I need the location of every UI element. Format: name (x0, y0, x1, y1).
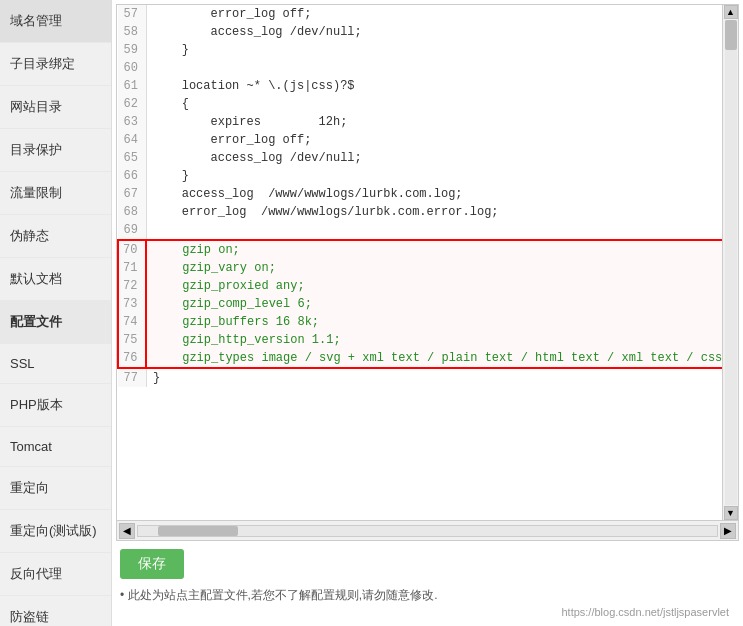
line-code: error_log off; (146, 131, 722, 149)
line-code: access_log /www/wwwlogs/lurbk.com.log; (146, 185, 722, 203)
scroll-track (725, 20, 737, 505)
horizontal-scrollbar-area: ◀ ▶ (117, 520, 738, 540)
sidebar-item-configfile[interactable]: 配置文件 (0, 301, 111, 344)
line-code: error_log /www/wwwlogs/lurbk.com.error.l… (146, 203, 722, 221)
sidebar-item-ssl[interactable]: SSL (0, 344, 111, 384)
scroll-right-button[interactable]: ▶ (720, 523, 736, 539)
line-number: 60 (118, 59, 146, 77)
line-code: access_log /dev/null; (146, 23, 722, 41)
sidebar-item-defaultdoc[interactable]: 默认文档 (0, 258, 111, 301)
line-code: expires 12h; (146, 113, 722, 131)
save-button[interactable]: 保存 (120, 549, 184, 579)
line-code: } (146, 368, 722, 387)
line-number: 58 (118, 23, 146, 41)
line-code: gzip_http_version 1.1; (146, 331, 722, 349)
line-number: 76 (118, 349, 146, 368)
line-number: 61 (118, 77, 146, 95)
watermark: https://blog.csdn.net/jstljspaservlet (120, 604, 735, 622)
line-code: gzip_vary on; (146, 259, 722, 277)
line-number: 71 (118, 259, 146, 277)
sidebar-item-redirect-beta[interactable]: 重定向(测试版) (0, 510, 111, 553)
sidebar-item-domain[interactable]: 域名管理 (0, 0, 111, 43)
line-code: access_log /dev/null; (146, 149, 722, 167)
line-number: 62 (118, 95, 146, 113)
line-number: 77 (118, 368, 146, 387)
scroll-thumb (725, 20, 737, 50)
line-code: gzip_proxied any; (146, 277, 722, 295)
line-code: gzip on; (146, 240, 722, 259)
line-number: 74 (118, 313, 146, 331)
line-code: } (146, 167, 722, 185)
scroll-down-button[interactable]: ▼ (724, 506, 738, 520)
line-code: error_log off; (146, 5, 722, 23)
sidebar: 域名管理 子目录绑定 网站目录 目录保护 流量限制 伪静态 默认文档 配置文件 … (0, 0, 112, 626)
sidebar-item-phpversion[interactable]: PHP版本 (0, 384, 111, 427)
line-number: 67 (118, 185, 146, 203)
sidebar-item-pseudostatic[interactable]: 伪静态 (0, 215, 111, 258)
line-number: 64 (118, 131, 146, 149)
sidebar-item-subdir[interactable]: 子目录绑定 (0, 43, 111, 86)
line-code (146, 59, 722, 77)
line-number: 57 (118, 5, 146, 23)
bottom-area: 保存 • 此处为站点主配置文件,若您不了解配置规则,请勿随意修改. https:… (112, 541, 743, 626)
sidebar-item-reverseproxy[interactable]: 反向代理 (0, 553, 111, 596)
line-number: 72 (118, 277, 146, 295)
line-number: 63 (118, 113, 146, 131)
line-code: location ~* \.(js|css)?$ (146, 77, 722, 95)
scroll-left-button[interactable]: ◀ (119, 523, 135, 539)
sidebar-item-redirect[interactable]: 重定向 (0, 467, 111, 510)
line-number: 66 (118, 167, 146, 185)
code-scroll-area[interactable]: 57 error_log off;58 access_log /dev/null… (117, 5, 722, 520)
h-scroll-track (137, 525, 718, 537)
sidebar-item-tomcat[interactable]: Tomcat (0, 427, 111, 467)
line-number: 69 (118, 221, 146, 240)
line-code: gzip_buffers 16 8k; (146, 313, 722, 331)
code-editor: 57 error_log off;58 access_log /dev/null… (116, 4, 739, 541)
line-number: 59 (118, 41, 146, 59)
line-code: gzip_comp_level 6; (146, 295, 722, 313)
main-content: 57 error_log off;58 access_log /dev/null… (112, 0, 743, 626)
code-table: 57 error_log off;58 access_log /dev/null… (117, 5, 722, 387)
sidebar-item-traffic[interactable]: 流量限制 (0, 172, 111, 215)
sidebar-item-hotlink[interactable]: 防盗链 (0, 596, 111, 626)
note-text: • 此处为站点主配置文件,若您不了解配置规则,请勿随意修改. (120, 587, 735, 604)
vertical-scrollbar[interactable]: ▲ ▼ (722, 5, 738, 520)
line-number: 70 (118, 240, 146, 259)
line-number: 65 (118, 149, 146, 167)
line-number: 73 (118, 295, 146, 313)
h-scroll-thumb (158, 526, 238, 536)
line-number: 75 (118, 331, 146, 349)
scroll-up-button[interactable]: ▲ (724, 5, 738, 19)
line-code: gzip_types image / svg + xml text / plai… (146, 349, 722, 368)
sidebar-item-dirprotect[interactable]: 目录保护 (0, 129, 111, 172)
line-code: } (146, 41, 722, 59)
line-code: { (146, 95, 722, 113)
sidebar-item-webdir[interactable]: 网站目录 (0, 86, 111, 129)
line-code (146, 221, 722, 240)
line-number: 68 (118, 203, 146, 221)
